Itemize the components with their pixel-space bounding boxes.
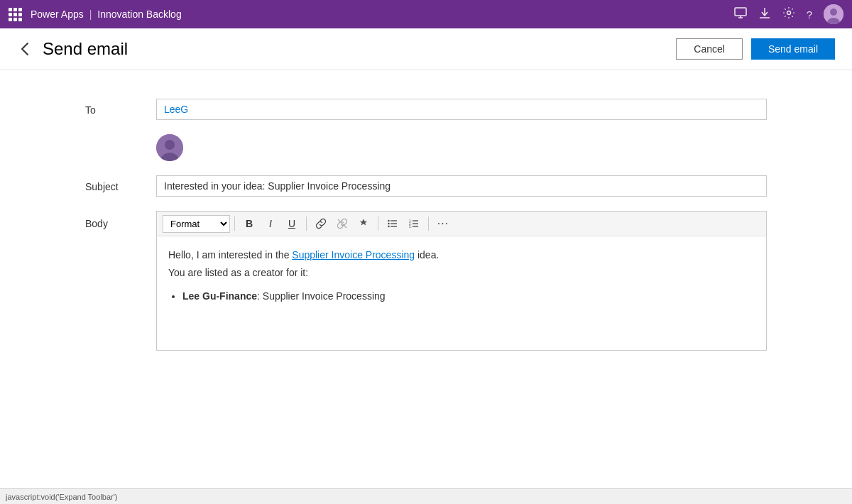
toolbar-sep-2 xyxy=(306,217,307,231)
italic-button[interactable]: I xyxy=(261,214,280,233)
creator-list: Lee Gu-Finance: Supplier Invoice Process… xyxy=(168,289,755,304)
toolbar-sep-4 xyxy=(428,217,429,231)
avatar-row xyxy=(85,134,767,161)
toolbar-sep-3 xyxy=(378,217,378,231)
topbar-separator: | xyxy=(89,9,92,20)
more-options-button[interactable]: ··· xyxy=(433,214,453,233)
unlink-button[interactable] xyxy=(332,214,352,233)
svg-point-15 xyxy=(388,223,389,224)
to-label: To xyxy=(85,99,156,116)
editor-content[interactable]: Hello, I am interested in the Supplier I… xyxy=(157,236,766,350)
body-line-1: Hello, I am interested in the Supplier I… xyxy=(168,248,755,263)
back-button[interactable] xyxy=(17,40,34,57)
to-row: To xyxy=(85,99,767,120)
svg-rect-0 xyxy=(735,8,746,16)
subject-input[interactable] xyxy=(156,175,767,197)
app-name: Power Apps xyxy=(31,9,84,20)
status-text: javascript:void('Expand Toolbar') xyxy=(6,493,117,501)
unordered-list-button[interactable] xyxy=(383,214,403,233)
editor-wrapper: Format Heading 1 Heading 2 Paragraph B I… xyxy=(156,211,767,351)
creator-name: Lee Gu-Finance xyxy=(182,290,257,302)
subject-field-wrapper xyxy=(156,175,767,197)
toolbar-sep-1 xyxy=(234,217,235,231)
status-bar: javascript:void('Expand Toolbar') xyxy=(0,488,852,504)
subject-label: Subject xyxy=(85,175,156,192)
form-area: To Subject Body Format Headin xyxy=(0,70,852,379)
page-title: Send email xyxy=(43,39,128,59)
editor-toolbar: Format Heading 1 Heading 2 Paragraph B I… xyxy=(157,212,766,236)
body-line-2: You are listed as a creator for it: xyxy=(168,265,755,280)
ordered-list-button[interactable]: 1. 2. 3. xyxy=(404,214,424,233)
body-row: Body Format Heading 1 Heading 2 Paragrap… xyxy=(85,211,767,351)
topbar: Power Apps | Innovation Backlog ? xyxy=(0,0,852,28)
idea-link[interactable]: Supplier Invoice Processing xyxy=(292,249,415,261)
screen-icon[interactable] xyxy=(734,6,747,22)
to-field-wrapper xyxy=(156,99,767,120)
send-email-button[interactable]: Send email xyxy=(751,38,835,60)
contact-avatar xyxy=(156,134,183,161)
body-label: Body xyxy=(85,211,156,229)
highlight-button[interactable] xyxy=(354,214,373,233)
settings-icon[interactable] xyxy=(782,6,795,22)
page-header: Send email Cancel Send email xyxy=(0,28,852,70)
download-icon[interactable] xyxy=(758,6,771,22)
underline-button[interactable]: U xyxy=(282,214,302,233)
bold-button[interactable]: B xyxy=(239,214,259,233)
to-input[interactable] xyxy=(156,99,767,120)
page-name: Innovation Backlog xyxy=(97,9,181,20)
svg-point-5 xyxy=(787,11,790,15)
svg-point-17 xyxy=(388,226,389,227)
subject-row: Subject xyxy=(85,175,767,197)
svg-point-7 xyxy=(830,9,837,16)
help-icon[interactable]: ? xyxy=(807,9,812,21)
cancel-button[interactable]: Cancel xyxy=(676,38,743,60)
avatar[interactable] xyxy=(824,4,843,24)
creator-item: Lee Gu-Finance: Supplier Invoice Process… xyxy=(182,289,755,304)
svg-point-13 xyxy=(388,220,389,221)
waffle-icon[interactable] xyxy=(9,8,22,21)
link-button[interactable] xyxy=(311,214,331,233)
header-actions: Cancel Send email xyxy=(676,38,835,60)
topbar-icons: ? xyxy=(734,4,843,24)
svg-text:3.: 3. xyxy=(409,225,412,229)
format-select[interactable]: Format Heading 1 Heading 2 Paragraph xyxy=(163,215,230,233)
svg-point-10 xyxy=(165,140,175,150)
